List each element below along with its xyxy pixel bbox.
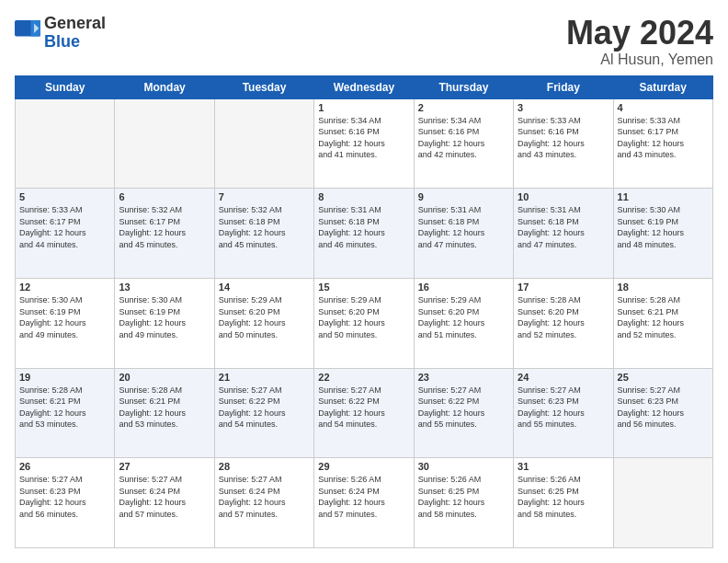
day-info: Sunrise: 5:27 AM Sunset: 6:22 PM Dayligh… xyxy=(418,385,509,431)
day-info: Sunrise: 5:26 AM Sunset: 6:25 PM Dayligh… xyxy=(518,474,609,520)
day-info: Sunrise: 5:31 AM Sunset: 6:18 PM Dayligh… xyxy=(518,204,609,250)
day-number: 20 xyxy=(119,372,210,383)
day-info: Sunrise: 5:27 AM Sunset: 6:24 PM Dayligh… xyxy=(219,474,310,520)
day-number: 22 xyxy=(318,372,409,383)
header-monday: Monday xyxy=(115,75,214,98)
month-title: May 2024 xyxy=(566,15,713,52)
title-block: May 2024 Al Husun, Yemen xyxy=(566,15,713,68)
calendar-table: Sunday Monday Tuesday Wednesday Thursday… xyxy=(15,75,713,548)
day-number: 10 xyxy=(518,191,609,202)
day-number: 18 xyxy=(618,282,709,293)
day-info: Sunrise: 5:33 AM Sunset: 6:17 PM Dayligh… xyxy=(618,115,709,161)
day-info: Sunrise: 5:28 AM Sunset: 6:21 PM Dayligh… xyxy=(19,385,110,431)
calendar-week-row: 19Sunrise: 5:28 AM Sunset: 6:21 PM Dayli… xyxy=(16,368,713,458)
table-row: 25Sunrise: 5:27 AM Sunset: 6:23 PM Dayli… xyxy=(613,368,712,458)
day-info: Sunrise: 5:27 AM Sunset: 6:23 PM Dayligh… xyxy=(19,474,110,520)
calendar-week-row: 1Sunrise: 5:34 AM Sunset: 6:16 PM Daylig… xyxy=(16,98,713,189)
day-info: Sunrise: 5:26 AM Sunset: 6:25 PM Dayligh… xyxy=(418,474,509,520)
table-row: 19Sunrise: 5:28 AM Sunset: 6:21 PM Dayli… xyxy=(16,368,115,458)
day-number: 29 xyxy=(318,461,409,472)
day-info: Sunrise: 5:32 AM Sunset: 6:18 PM Dayligh… xyxy=(219,204,310,250)
table-row: 6Sunrise: 5:32 AM Sunset: 6:17 PM Daylig… xyxy=(115,189,214,279)
day-number: 1 xyxy=(318,102,409,113)
day-info: Sunrise: 5:27 AM Sunset: 6:23 PM Dayligh… xyxy=(618,385,709,431)
day-number: 21 xyxy=(219,372,310,383)
day-info: Sunrise: 5:27 AM Sunset: 6:23 PM Dayligh… xyxy=(518,385,609,431)
header-sunday: Sunday xyxy=(16,75,115,98)
calendar-header-row: Sunday Monday Tuesday Wednesday Thursday… xyxy=(16,75,713,98)
table-row: 7Sunrise: 5:32 AM Sunset: 6:18 PM Daylig… xyxy=(214,189,313,279)
day-number: 15 xyxy=(318,282,409,293)
logo-text: General Blue xyxy=(44,15,106,52)
day-number: 6 xyxy=(119,191,210,202)
header-saturday: Saturday xyxy=(613,75,712,98)
calendar-week-row: 26Sunrise: 5:27 AM Sunset: 6:23 PM Dayli… xyxy=(16,458,713,548)
table-row: 18Sunrise: 5:28 AM Sunset: 6:21 PM Dayli… xyxy=(613,278,712,368)
table-row: 4Sunrise: 5:33 AM Sunset: 6:17 PM Daylig… xyxy=(613,98,712,189)
day-info: Sunrise: 5:28 AM Sunset: 6:21 PM Dayligh… xyxy=(618,294,709,340)
day-number: 14 xyxy=(219,282,310,293)
location-title: Al Husun, Yemen xyxy=(566,52,713,68)
table-row: 21Sunrise: 5:27 AM Sunset: 6:22 PM Dayli… xyxy=(214,368,313,458)
table-row: 30Sunrise: 5:26 AM Sunset: 6:25 PM Dayli… xyxy=(414,458,513,548)
day-info: Sunrise: 5:33 AM Sunset: 6:16 PM Dayligh… xyxy=(518,115,609,161)
day-number: 5 xyxy=(19,191,110,202)
logo-blue-text: Blue xyxy=(44,33,106,52)
day-info: Sunrise: 5:29 AM Sunset: 6:20 PM Dayligh… xyxy=(318,294,409,340)
table-row: 10Sunrise: 5:31 AM Sunset: 6:18 PM Dayli… xyxy=(514,189,613,279)
day-number: 31 xyxy=(518,461,609,472)
table-row: 24Sunrise: 5:27 AM Sunset: 6:23 PM Dayli… xyxy=(514,368,613,458)
header-thursday: Thursday xyxy=(414,75,513,98)
day-info: Sunrise: 5:28 AM Sunset: 6:20 PM Dayligh… xyxy=(518,294,609,340)
day-number: 17 xyxy=(518,282,609,293)
calendar-week-row: 12Sunrise: 5:30 AM Sunset: 6:19 PM Dayli… xyxy=(16,278,713,368)
day-number: 30 xyxy=(418,461,509,472)
table-row: 9Sunrise: 5:31 AM Sunset: 6:18 PM Daylig… xyxy=(414,189,513,279)
day-number: 27 xyxy=(119,461,210,472)
header-friday: Friday xyxy=(514,75,613,98)
table-row: 1Sunrise: 5:34 AM Sunset: 6:16 PM Daylig… xyxy=(314,98,414,189)
calendar-week-row: 5Sunrise: 5:33 AM Sunset: 6:17 PM Daylig… xyxy=(16,189,713,279)
day-number: 2 xyxy=(418,102,509,113)
day-number: 26 xyxy=(19,461,110,472)
table-row: 27Sunrise: 5:27 AM Sunset: 6:24 PM Dayli… xyxy=(115,458,214,548)
day-info: Sunrise: 5:27 AM Sunset: 6:24 PM Dayligh… xyxy=(119,474,210,520)
page: General Blue May 2024 Al Husun, Yemen Su… xyxy=(0,0,728,563)
day-number: 19 xyxy=(19,372,110,383)
day-info: Sunrise: 5:31 AM Sunset: 6:18 PM Dayligh… xyxy=(318,204,409,250)
day-info: Sunrise: 5:26 AM Sunset: 6:24 PM Dayligh… xyxy=(318,474,409,520)
table-row: 5Sunrise: 5:33 AM Sunset: 6:17 PM Daylig… xyxy=(16,189,115,279)
day-info: Sunrise: 5:30 AM Sunset: 6:19 PM Dayligh… xyxy=(618,204,709,250)
table-row xyxy=(115,98,214,189)
table-row: 2Sunrise: 5:34 AM Sunset: 6:16 PM Daylig… xyxy=(414,98,513,189)
header-tuesday: Tuesday xyxy=(214,75,313,98)
day-info: Sunrise: 5:31 AM Sunset: 6:18 PM Dayligh… xyxy=(418,204,509,250)
logo-icon xyxy=(15,20,40,46)
table-row: 29Sunrise: 5:26 AM Sunset: 6:24 PM Dayli… xyxy=(314,458,414,548)
logo-general-text: General xyxy=(44,15,106,33)
day-number: 28 xyxy=(219,461,310,472)
day-info: Sunrise: 5:28 AM Sunset: 6:21 PM Dayligh… xyxy=(119,385,210,431)
header-wednesday: Wednesday xyxy=(314,75,414,98)
day-info: Sunrise: 5:30 AM Sunset: 6:19 PM Dayligh… xyxy=(119,294,210,340)
day-number: 24 xyxy=(518,372,609,383)
day-info: Sunrise: 5:34 AM Sunset: 6:16 PM Dayligh… xyxy=(318,115,409,161)
day-number: 23 xyxy=(418,372,509,383)
table-row: 16Sunrise: 5:29 AM Sunset: 6:20 PM Dayli… xyxy=(414,278,513,368)
table-row: 11Sunrise: 5:30 AM Sunset: 6:19 PM Dayli… xyxy=(613,189,712,279)
table-row: 12Sunrise: 5:30 AM Sunset: 6:19 PM Dayli… xyxy=(16,278,115,368)
day-info: Sunrise: 5:34 AM Sunset: 6:16 PM Dayligh… xyxy=(418,115,509,161)
day-number: 11 xyxy=(618,191,709,202)
day-number: 7 xyxy=(219,191,310,202)
table-row: 23Sunrise: 5:27 AM Sunset: 6:22 PM Dayli… xyxy=(414,368,513,458)
day-number: 8 xyxy=(318,191,409,202)
table-row: 3Sunrise: 5:33 AM Sunset: 6:16 PM Daylig… xyxy=(514,98,613,189)
day-number: 3 xyxy=(518,102,609,113)
day-info: Sunrise: 5:30 AM Sunset: 6:19 PM Dayligh… xyxy=(19,294,110,340)
day-number: 4 xyxy=(618,102,709,113)
day-info: Sunrise: 5:27 AM Sunset: 6:22 PM Dayligh… xyxy=(219,385,310,431)
day-number: 9 xyxy=(418,191,509,202)
table-row: 22Sunrise: 5:27 AM Sunset: 6:22 PM Dayli… xyxy=(314,368,414,458)
day-info: Sunrise: 5:32 AM Sunset: 6:17 PM Dayligh… xyxy=(119,204,210,250)
day-info: Sunrise: 5:29 AM Sunset: 6:20 PM Dayligh… xyxy=(219,294,310,340)
